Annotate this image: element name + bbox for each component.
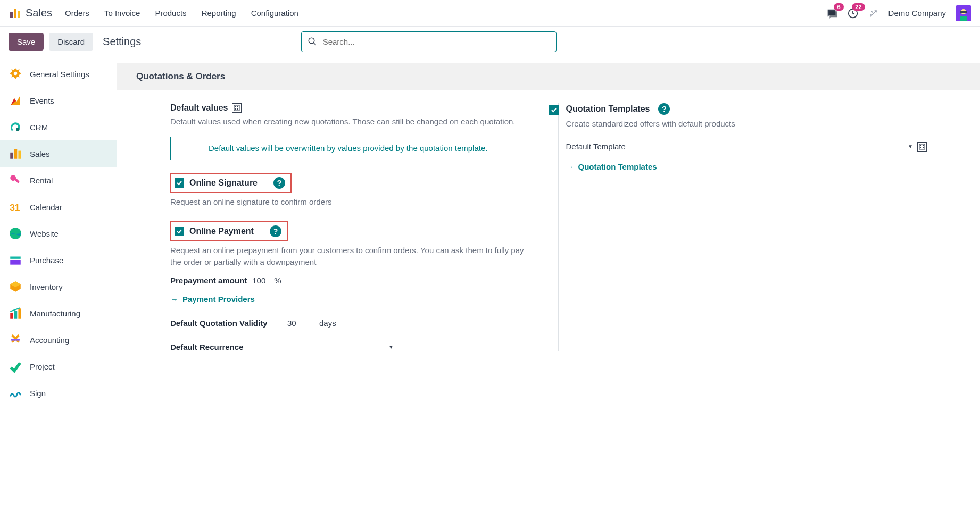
- payment-providers-link[interactable]: → Payment Providers: [170, 295, 255, 304]
- default-template-label[interactable]: Default Template: [566, 142, 904, 151]
- svg-rect-30: [919, 144, 925, 149]
- arrow-right-icon: →: [566, 162, 574, 171]
- section-body: Default values Default values used when …: [117, 90, 980, 373]
- help-icon[interactable]: ?: [658, 103, 670, 115]
- sign-icon: [9, 386, 22, 400]
- nav-to-invoice[interactable]: To Invoice: [104, 9, 140, 18]
- svg-point-19: [10, 228, 21, 239]
- online-payment-title: Online Payment: [189, 227, 254, 236]
- nav-reporting[interactable]: Reporting: [202, 9, 236, 18]
- accounting-icon: [9, 333, 22, 347]
- validity-value[interactable]: 30: [287, 319, 314, 328]
- svg-rect-20: [10, 257, 21, 259]
- sidebar-item-rental[interactable]: Rental: [0, 167, 117, 194]
- sidebar-item-project[interactable]: Project: [0, 353, 117, 380]
- caret-down-icon[interactable]: ▼: [908, 144, 913, 149]
- sidebar-item-manufacturing[interactable]: Manufacturing: [0, 300, 117, 326]
- nav-configuration[interactable]: Configuration: [251, 9, 298, 18]
- sidebar-item-accounting[interactable]: Accounting: [0, 326, 117, 353]
- svg-rect-24: [18, 308, 21, 318]
- page-title: Settings: [103, 36, 141, 48]
- online-signature-title: Online Signature: [189, 178, 258, 188]
- sidebar-item-label: Calendar: [30, 203, 62, 212]
- svg-rect-2: [18, 11, 20, 18]
- help-icon[interactable]: ?: [273, 177, 285, 189]
- search-icon: [308, 37, 317, 46]
- section-header: Quotations & Orders: [117, 63, 980, 90]
- activity-badge: 22: [852, 3, 865, 11]
- search-input[interactable]: [301, 31, 557, 52]
- sidebar-item-label: Accounting: [30, 336, 69, 345]
- sidebar-item-general-settings[interactable]: General Settings: [0, 61, 117, 87]
- svg-point-11: [14, 72, 18, 76]
- building-icon[interactable]: [917, 142, 927, 152]
- online-payment-checkbox[interactable]: [175, 227, 184, 236]
- prepayment-unit: %: [274, 276, 281, 285]
- building-icon[interactable]: [232, 103, 242, 113]
- nav-menu: Orders To Invoice Products Reporting Con…: [65, 9, 821, 18]
- discard-button[interactable]: Discard: [49, 33, 93, 51]
- nav-orders[interactable]: Orders: [65, 9, 89, 18]
- quotation-templates-checkbox[interactable]: [549, 105, 559, 115]
- svg-rect-1: [14, 9, 16, 18]
- quotation-templates-title-text: Quotation Templates: [566, 104, 650, 114]
- app-title[interactable]: Sales: [26, 7, 52, 19]
- inventory-icon: [9, 280, 22, 294]
- svg-rect-34: [923, 147, 924, 148]
- quotation-templates-title: Quotation Templates ?: [566, 103, 670, 115]
- online-payment-block: Online Payment ? Request an online prepa…: [170, 221, 526, 304]
- sidebar-item-label: Project: [30, 362, 55, 371]
- sidebar[interactable]: General SettingsEventsCRMSalesRental31Ca…: [0, 56, 117, 511]
- nav-products[interactable]: Products: [155, 9, 186, 18]
- sidebar-item-calendar[interactable]: 31Calendar: [0, 194, 117, 220]
- save-button[interactable]: Save: [9, 33, 44, 51]
- chat-button[interactable]: 6: [826, 7, 837, 19]
- sidebar-item-events[interactable]: Events: [0, 87, 117, 114]
- sidebar-item-sales[interactable]: Sales: [0, 140, 117, 167]
- online-signature-checkbox[interactable]: [175, 178, 184, 188]
- purchase-icon: [9, 253, 22, 267]
- sidebar-item-website[interactable]: Website: [0, 220, 117, 247]
- activity-button[interactable]: 22: [847, 7, 859, 19]
- recurrence-select[interactable]: ▼: [249, 344, 394, 350]
- default-values-info: Default values will be overwritten by va…: [170, 137, 526, 161]
- sales-icon: [9, 147, 22, 161]
- quotation-templates-link[interactable]: → Quotation Templates: [566, 162, 657, 171]
- svg-rect-14: [14, 149, 17, 158]
- app-icon: [9, 7, 21, 20]
- svg-point-8: [309, 38, 314, 44]
- svg-point-12: [16, 128, 20, 131]
- online-signature-desc: Request an online signature to confirm o…: [170, 196, 526, 208]
- quotation-templates-desc: Create standardized offers with default …: [566, 118, 927, 130]
- rental-icon: [9, 173, 22, 187]
- sidebar-item-crm[interactable]: CRM: [0, 114, 117, 140]
- col-left: Default values Default values used when …: [170, 103, 526, 351]
- sidebar-item-label: Events: [30, 96, 54, 105]
- company-name[interactable]: Demo Company: [888, 9, 946, 18]
- tools-icon[interactable]: [868, 8, 879, 19]
- content[interactable]: Quotations & Orders Default values Defau…: [117, 56, 980, 511]
- svg-line-9: [313, 43, 316, 45]
- svg-rect-26: [235, 106, 236, 107]
- avatar[interactable]: [956, 5, 971, 21]
- col-right: Quotation Templates ? Create standardize…: [558, 103, 927, 351]
- svg-rect-15: [18, 151, 21, 159]
- sidebar-item-label: Sales: [30, 149, 50, 158]
- svg-rect-7: [960, 16, 967, 21]
- svg-rect-31: [920, 145, 921, 146]
- payment-providers-text: Payment Providers: [182, 295, 255, 304]
- validity-row: Default Quotation Validity 30 days: [170, 319, 526, 328]
- svg-rect-27: [237, 106, 238, 107]
- sidebar-item-purchase[interactable]: Purchase: [0, 247, 117, 273]
- default-values-desc: Default values used when creating new qu…: [170, 116, 526, 128]
- svg-rect-28: [235, 108, 236, 110]
- sidebar-item-sign[interactable]: Sign: [0, 380, 117, 406]
- sidebar-item-label: General Settings: [30, 70, 89, 79]
- prepayment-value[interactable]: 100: [252, 276, 265, 285]
- manufacturing-icon: [9, 306, 22, 320]
- help-icon[interactable]: ?: [270, 225, 281, 237]
- default-values-title: Default values: [170, 103, 242, 113]
- prepayment-row: Prepayment amount 100 %: [170, 276, 526, 285]
- sidebar-item-inventory[interactable]: Inventory: [0, 273, 117, 300]
- main: General SettingsEventsCRMSalesRental31Ca…: [0, 56, 980, 511]
